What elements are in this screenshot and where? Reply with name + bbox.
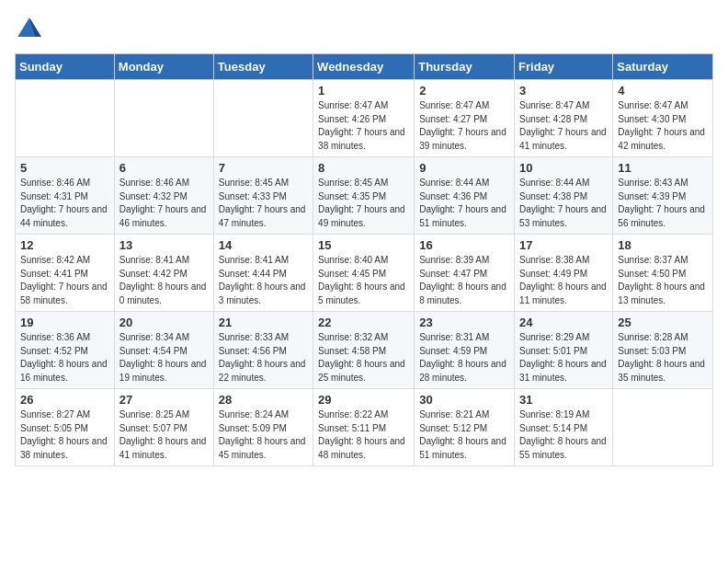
day-info: Sunrise: 8:32 AMSunset: 4:58 PMDaylight:… — [318, 331, 409, 385]
calendar-cell: 21Sunrise: 8:33 AMSunset: 4:56 PMDayligh… — [213, 312, 313, 389]
column-header-tuesday: Tuesday — [213, 54, 313, 80]
calendar-cell: 27Sunrise: 8:25 AMSunset: 5:07 PMDayligh… — [114, 389, 213, 466]
day-number: 29 — [318, 393, 409, 407]
day-number: 26 — [20, 393, 109, 407]
day-info: Sunrise: 8:45 AMSunset: 4:35 PMDaylight:… — [318, 177, 409, 230]
day-number: 11 — [618, 161, 708, 175]
day-info: Sunrise: 8:45 AMSunset: 4:33 PMDaylight:… — [219, 177, 308, 230]
day-number: 9 — [419, 161, 509, 175]
calendar-header-row: SundayMondayTuesdayWednesdayThursdayFrid… — [16, 54, 713, 80]
calendar-cell: 14Sunrise: 8:41 AMSunset: 4:44 PMDayligh… — [213, 235, 313, 312]
day-number: 5 — [20, 161, 109, 175]
calendar-cell: 10Sunrise: 8:44 AMSunset: 4:38 PMDayligh… — [515, 157, 613, 235]
calendar-cell: 20Sunrise: 8:34 AMSunset: 4:54 PMDayligh… — [114, 312, 213, 389]
column-header-thursday: Thursday — [415, 54, 515, 80]
calendar-cell: 18Sunrise: 8:37 AMSunset: 4:50 PMDayligh… — [613, 235, 713, 312]
calendar-cell: 2Sunrise: 8:47 AMSunset: 4:27 PMDaylight… — [415, 80, 515, 157]
logo — [15, 15, 48, 44]
logo-icon — [15, 15, 44, 44]
day-number: 8 — [318, 161, 409, 175]
calendar-week-row: 1Sunrise: 8:47 AMSunset: 4:26 PMDaylight… — [16, 80, 713, 157]
day-info: Sunrise: 8:44 AMSunset: 4:38 PMDaylight:… — [519, 177, 608, 230]
day-info: Sunrise: 8:41 AMSunset: 4:44 PMDaylight:… — [219, 254, 308, 307]
day-info: Sunrise: 8:43 AMSunset: 4:39 PMDaylight:… — [618, 177, 708, 230]
day-info: Sunrise: 8:42 AMSunset: 4:41 PMDaylight:… — [20, 254, 109, 307]
calendar-cell: 31Sunrise: 8:19 AMSunset: 5:14 PMDayligh… — [515, 389, 613, 466]
calendar-cell: 16Sunrise: 8:39 AMSunset: 4:47 PMDayligh… — [415, 235, 515, 312]
calendar-cell: 8Sunrise: 8:45 AMSunset: 4:35 PMDaylight… — [313, 157, 415, 235]
day-number: 2 — [419, 84, 509, 98]
day-number: 27 — [119, 393, 209, 407]
calendar-cell: 30Sunrise: 8:21 AMSunset: 5:12 PMDayligh… — [415, 389, 515, 466]
calendar-cell: 12Sunrise: 8:42 AMSunset: 4:41 PMDayligh… — [16, 235, 115, 312]
day-info: Sunrise: 8:46 AMSunset: 4:31 PMDaylight:… — [20, 177, 109, 230]
day-number: 16 — [419, 238, 509, 252]
day-info: Sunrise: 8:47 AMSunset: 4:26 PMDaylight:… — [318, 99, 409, 153]
day-number: 21 — [219, 316, 308, 329]
calendar-cell — [114, 80, 213, 157]
day-number: 13 — [119, 238, 209, 252]
day-info: Sunrise: 8:34 AMSunset: 4:54 PMDaylight:… — [119, 331, 209, 385]
day-number: 23 — [419, 316, 509, 329]
day-number: 4 — [618, 84, 708, 98]
calendar-week-row: 5Sunrise: 8:46 AMSunset: 4:31 PMDaylight… — [16, 157, 713, 235]
day-info: Sunrise: 8:27 AMSunset: 5:05 PMDaylight:… — [20, 408, 109, 462]
day-number: 3 — [519, 84, 608, 98]
day-info: Sunrise: 8:19 AMSunset: 5:14 PMDaylight:… — [519, 408, 608, 462]
calendar-week-row: 12Sunrise: 8:42 AMSunset: 4:41 PMDayligh… — [16, 235, 713, 312]
day-number: 19 — [20, 316, 109, 329]
calendar-cell: 5Sunrise: 8:46 AMSunset: 4:31 PMDaylight… — [16, 157, 115, 235]
day-number: 25 — [618, 316, 708, 329]
day-info: Sunrise: 8:47 AMSunset: 4:28 PMDaylight:… — [519, 99, 608, 153]
day-info: Sunrise: 8:24 AMSunset: 5:09 PMDaylight:… — [219, 408, 308, 462]
day-info: Sunrise: 8:41 AMSunset: 4:42 PMDaylight:… — [119, 254, 209, 307]
calendar-cell: 7Sunrise: 8:45 AMSunset: 4:33 PMDaylight… — [213, 157, 313, 235]
day-number: 18 — [618, 238, 708, 252]
calendar-cell: 1Sunrise: 8:47 AMSunset: 4:26 PMDaylight… — [313, 80, 415, 157]
day-number: 31 — [519, 393, 608, 407]
day-info: Sunrise: 8:22 AMSunset: 5:11 PMDaylight:… — [318, 408, 409, 462]
day-number: 30 — [419, 393, 509, 407]
calendar-cell: 19Sunrise: 8:36 AMSunset: 4:52 PMDayligh… — [16, 312, 115, 389]
calendar-cell: 4Sunrise: 8:47 AMSunset: 4:30 PMDaylight… — [613, 80, 713, 157]
calendar-cell: 28Sunrise: 8:24 AMSunset: 5:09 PMDayligh… — [213, 389, 313, 466]
calendar-cell: 29Sunrise: 8:22 AMSunset: 5:11 PMDayligh… — [313, 389, 415, 466]
day-number: 28 — [219, 393, 308, 407]
calendar-cell — [613, 389, 713, 466]
day-number: 22 — [318, 316, 409, 329]
day-info: Sunrise: 8:39 AMSunset: 4:47 PMDaylight:… — [419, 254, 509, 307]
day-info: Sunrise: 8:21 AMSunset: 5:12 PMDaylight:… — [419, 408, 509, 462]
day-number: 1 — [318, 84, 409, 98]
calendar-week-row: 19Sunrise: 8:36 AMSunset: 4:52 PMDayligh… — [16, 312, 713, 389]
day-number: 7 — [219, 161, 308, 175]
calendar-cell: 15Sunrise: 8:40 AMSunset: 4:45 PMDayligh… — [313, 235, 415, 312]
calendar-cell: 3Sunrise: 8:47 AMSunset: 4:28 PMDaylight… — [515, 80, 613, 157]
calendar-cell: 17Sunrise: 8:38 AMSunset: 4:49 PMDayligh… — [515, 235, 613, 312]
day-info: Sunrise: 8:46 AMSunset: 4:32 PMDaylight:… — [119, 177, 209, 230]
day-info: Sunrise: 8:33 AMSunset: 4:56 PMDaylight:… — [219, 331, 308, 385]
day-info: Sunrise: 8:28 AMSunset: 5:03 PMDaylight:… — [618, 331, 708, 385]
day-number: 12 — [20, 238, 109, 252]
calendar-cell: 23Sunrise: 8:31 AMSunset: 4:59 PMDayligh… — [415, 312, 515, 389]
day-number: 6 — [119, 161, 209, 175]
calendar-week-row: 26Sunrise: 8:27 AMSunset: 5:05 PMDayligh… — [16, 389, 713, 466]
day-number: 24 — [519, 316, 608, 329]
calendar-table: SundayMondayTuesdayWednesdayThursdayFrid… — [15, 53, 713, 466]
day-number: 14 — [219, 238, 308, 252]
day-info: Sunrise: 8:36 AMSunset: 4:52 PMDaylight:… — [20, 331, 109, 385]
column-header-saturday: Saturday — [613, 54, 713, 80]
calendar-cell: 26Sunrise: 8:27 AMSunset: 5:05 PMDayligh… — [16, 389, 115, 466]
calendar-cell: 13Sunrise: 8:41 AMSunset: 4:42 PMDayligh… — [114, 235, 213, 312]
column-header-wednesday: Wednesday — [313, 54, 415, 80]
calendar-cell: 24Sunrise: 8:29 AMSunset: 5:01 PMDayligh… — [515, 312, 613, 389]
calendar-cell — [213, 80, 313, 157]
calendar-cell — [16, 80, 115, 157]
column-header-monday: Monday — [114, 54, 213, 80]
day-info: Sunrise: 8:29 AMSunset: 5:01 PMDaylight:… — [519, 331, 608, 385]
day-info: Sunrise: 8:40 AMSunset: 4:45 PMDaylight:… — [318, 254, 409, 307]
calendar-cell: 11Sunrise: 8:43 AMSunset: 4:39 PMDayligh… — [613, 157, 713, 235]
day-number: 20 — [119, 316, 209, 329]
day-info: Sunrise: 8:47 AMSunset: 4:30 PMDaylight:… — [618, 99, 708, 153]
day-info: Sunrise: 8:25 AMSunset: 5:07 PMDaylight:… — [119, 408, 209, 462]
calendar-cell: 9Sunrise: 8:44 AMSunset: 4:36 PMDaylight… — [415, 157, 515, 235]
